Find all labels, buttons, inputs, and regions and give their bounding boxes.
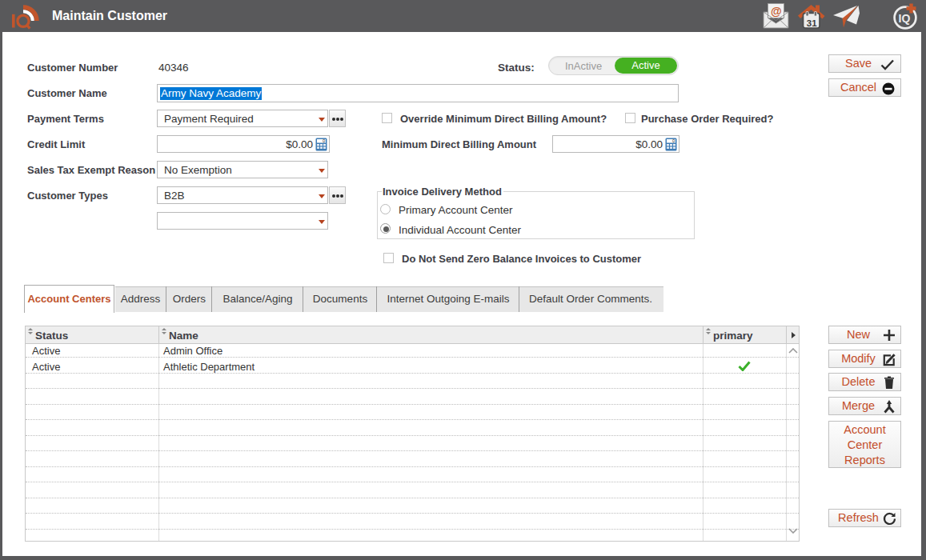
svg-text:IQ: IQ <box>899 12 911 25</box>
svg-text:31: 31 <box>807 18 817 28</box>
svg-text:@: @ <box>771 5 782 18</box>
